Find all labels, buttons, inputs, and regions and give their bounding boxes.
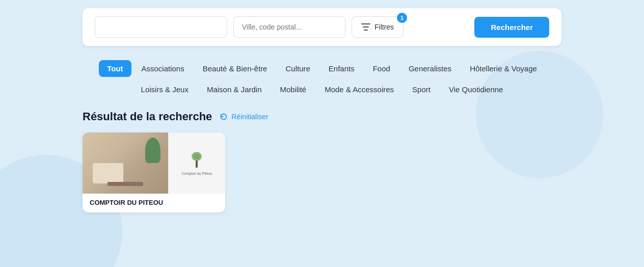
category-culture[interactable]: Culture: [277, 60, 318, 77]
filter-label: Filtres: [374, 23, 394, 31]
card-main-image: [83, 132, 168, 194]
category-generalistes[interactable]: Generalistes: [400, 60, 460, 77]
reset-label: Réinitialiser: [231, 113, 268, 121]
logo-text: Comptoir du Pitéou: [182, 172, 212, 175]
results-title: Résultat de la recherche: [83, 110, 212, 123]
search-button[interactable]: Rechercher: [474, 17, 549, 38]
results-header: Résultat de la recherche Réinitialiser: [83, 110, 561, 123]
category-sport[interactable]: Sport: [404, 81, 439, 98]
category-maison[interactable]: Maison & Jardin: [199, 81, 270, 98]
category-tout[interactable]: Tout: [99, 60, 131, 77]
cards-grid: Comptoir du Pitéou COMPTOIR DU PITEOU: [83, 132, 561, 212]
filter-icon: [361, 23, 370, 31]
results-section: Résultat de la recherche Réinitialiser: [83, 110, 561, 212]
category-vie[interactable]: Vie Quotidienne: [441, 81, 511, 98]
search-name-input[interactable]: COMPTOIR DU PITEOU: [95, 16, 227, 38]
card-logo-image: Comptoir du Pitéou: [168, 132, 225, 194]
categories-bar: ToutAssociationsBeauté & Bien-êtreCultur…: [83, 60, 561, 98]
card-name: COMPTOIR DU PITEOU: [83, 194, 225, 212]
category-loisirs[interactable]: Loisirs & Jeux: [133, 81, 197, 98]
brand-logo-icon: [189, 151, 205, 170]
svg-point-2: [194, 154, 200, 159]
logo-placeholder: Comptoir du Pitéou: [182, 151, 212, 175]
search-bar: COMPTOIR DU PITEOU Filtres 1 Rechercher: [83, 8, 561, 46]
category-associations[interactable]: Associations: [133, 60, 193, 77]
category-mobilite[interactable]: Mobilité: [272, 81, 315, 98]
card-images: Comptoir du Pitéou: [83, 132, 225, 194]
svg-rect-1: [196, 161, 198, 168]
category-beaute[interactable]: Beauté & Bien-être: [195, 60, 276, 77]
category-mode[interactable]: Mode & Accessoires: [316, 81, 402, 98]
category-hotellerie[interactable]: Hôtellerie & Voyage: [462, 60, 545, 77]
interior-image: [83, 132, 168, 194]
category-enfants[interactable]: Enfants: [320, 60, 363, 77]
filter-button[interactable]: Filtres 1: [352, 16, 404, 38]
result-card[interactable]: Comptoir du Pitéou COMPTOIR DU PITEOU: [83, 132, 225, 212]
category-food[interactable]: Food: [365, 60, 398, 77]
reset-icon: [219, 112, 228, 121]
reset-button[interactable]: Réinitialiser: [219, 112, 268, 121]
search-location-input[interactable]: [233, 16, 345, 38]
filter-badge: 1: [397, 13, 407, 23]
